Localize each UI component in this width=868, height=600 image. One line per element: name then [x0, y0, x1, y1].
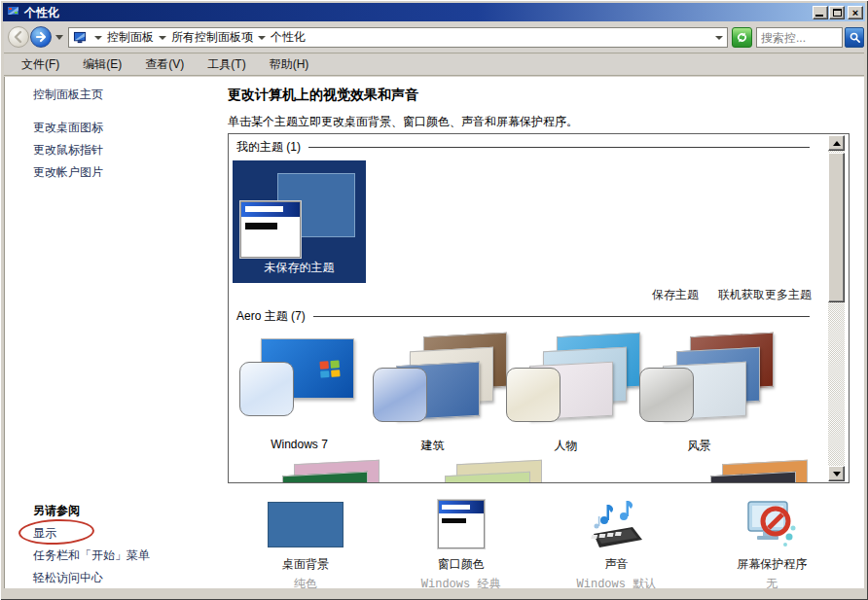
- client-area: 控制面板主页 更改桌面图标 更改鼠标指针 更改帐户图片 更改计算机上的视觉效果和…: [4, 77, 864, 588]
- refresh-button[interactable]: [732, 27, 752, 48]
- sidebar-item-change-desktop-icons[interactable]: 更改桌面图标: [33, 120, 103, 136]
- personalization-window: 个性化 × 控制面板 所有控制面板项: [0, 0, 868, 600]
- settings-row: 桌面背景 纯色 窗口颜色 Windows 经典: [228, 497, 850, 588]
- menu-file[interactable]: 文件(F): [10, 53, 71, 76]
- recent-pages-dropdown-icon[interactable]: [55, 35, 63, 40]
- see-also-ease-of-access-link[interactable]: 轻松访问中心: [33, 570, 103, 586]
- desktop-background-icon: [268, 502, 344, 547]
- search-icon: [849, 31, 861, 44]
- desktop-background-button[interactable]: 桌面背景 纯色: [228, 497, 383, 588]
- desktop-background-value: 纯色: [294, 576, 317, 588]
- theme-landscapes[interactable]: 风景: [633, 333, 766, 454]
- theme-thumbnail: [639, 333, 760, 426]
- windows-logo-icon: [319, 360, 340, 377]
- menu-tools[interactable]: 工具(T): [196, 53, 257, 76]
- theme-thumbnail: [373, 333, 493, 426]
- sounds-icon: [588, 499, 644, 549]
- breadcrumb-personalization[interactable]: 个性化: [271, 29, 306, 46]
- address-history-dropdown-icon[interactable]: [715, 36, 723, 40]
- window-color-button[interactable]: 窗口颜色 Windows 经典: [383, 497, 539, 588]
- theme-thumbnail-partial[interactable]: [710, 458, 812, 483]
- breadcrumb-control-panel[interactable]: 控制面板: [107, 29, 154, 46]
- theme-links: 保存主题 联机获取更多主题: [652, 287, 812, 303]
- menu-view[interactable]: 查看(V): [133, 53, 196, 76]
- aero-theme-row: Windows 7 建筑 人物: [233, 333, 766, 454]
- screen-saver-value: 无: [766, 576, 778, 588]
- theme-thumbnail-partial[interactable]: [282, 458, 383, 483]
- back-arrow-icon: [12, 30, 25, 44]
- theme-thumbnail: [239, 333, 360, 426]
- screen-saver-button[interactable]: 屏幕保护程序 无: [694, 497, 850, 588]
- classic-window-preview: [240, 201, 301, 258]
- breadcrumb-dropdown-icon[interactable]: [94, 36, 102, 40]
- page-title: 更改计算机上的视觉效果和声音: [228, 87, 418, 104]
- glass-square: [506, 368, 561, 422]
- my-themes-header: 我的主题 (1): [236, 140, 810, 155]
- back-button[interactable]: [8, 26, 29, 48]
- theme-thumbnail: [506, 333, 627, 426]
- theme-thumbnail-partial[interactable]: [445, 458, 546, 483]
- window-color-icon: [438, 500, 485, 548]
- maximize-button[interactable]: [829, 6, 845, 19]
- search-box[interactable]: [756, 27, 843, 48]
- vertical-scrollbar[interactable]: [828, 135, 845, 481]
- forward-arrow-icon: [34, 30, 48, 44]
- aero-themes-header: Aero 主题 (7): [236, 309, 810, 324]
- scroll-down-button[interactable]: [828, 466, 845, 481]
- sounds-value: Windows 默认: [577, 576, 657, 588]
- breadcrumb-separator-icon[interactable]: [258, 36, 266, 40]
- scrollbar-thumb[interactable]: [828, 153, 845, 302]
- refresh-icon: [736, 31, 748, 44]
- glass-square: [239, 362, 294, 416]
- menu-bar: 文件(F) 编辑(E) 查看(V) 工具(T) 帮助(H): [4, 54, 864, 76]
- annotation-ellipse: [18, 518, 95, 547]
- sidebar-item-change-account-picture[interactable]: 更改帐户图片: [33, 164, 103, 181]
- glass-square: [639, 368, 694, 422]
- theme-name: Windows 7: [271, 438, 328, 451]
- address-bar[interactable]: 控制面板 所有控制面板项 个性化: [68, 27, 728, 48]
- personalization-icon: [73, 31, 88, 45]
- window-title: 个性化: [24, 4, 812, 21]
- themes-panel: 我的主题 (1) 未保存的主题 保存主题 联机获取更多主题 Aero 主题 (7…: [228, 133, 850, 483]
- navigation-toolbar: 控制面板 所有控制面板项 个性化: [4, 21, 864, 53]
- sidebar-item-control-panel-home[interactable]: 控制面板主页: [33, 87, 103, 103]
- screen-saver-icon: [745, 498, 798, 551]
- search-input[interactable]: [757, 29, 842, 48]
- sidebar-item-change-mouse-pointers[interactable]: 更改鼠标指针: [33, 142, 103, 159]
- theme-tile-label: 未保存的主题: [233, 260, 366, 276]
- window-icon: [6, 5, 21, 19]
- close-button[interactable]: ×: [848, 6, 863, 19]
- scroll-up-button[interactable]: [828, 135, 845, 151]
- get-more-themes-link[interactable]: 联机获取更多主题: [718, 287, 812, 303]
- theme-windows7[interactable]: Windows 7: [233, 333, 366, 454]
- page-subtitle: 单击某个主题立即更改桌面背景、窗口颜色、声音和屏幕保护程序。: [228, 114, 578, 130]
- theme-name: 建筑: [421, 438, 445, 454]
- breadcrumb-separator-icon[interactable]: [159, 36, 166, 40]
- see-also-header: 另请参阅: [33, 503, 80, 519]
- see-also-taskbar-link[interactable]: 任务栏和「开始」菜单: [33, 547, 150, 564]
- menu-help[interactable]: 帮助(H): [258, 53, 321, 76]
- theme-architecture[interactable]: 建筑: [366, 333, 499, 454]
- see-also-display-link[interactable]: 显示: [33, 525, 56, 542]
- glass-square: [373, 368, 427, 422]
- theme-name: 人物: [555, 438, 578, 454]
- window-color-value: Windows 经典: [421, 576, 501, 588]
- search-button[interactable]: [845, 27, 864, 48]
- sounds-button[interactable]: 声音 Windows 默认: [539, 497, 695, 588]
- menu-edit[interactable]: 编辑(E): [71, 53, 133, 76]
- theme-name: 风景: [688, 438, 711, 454]
- save-theme-link[interactable]: 保存主题: [652, 287, 699, 303]
- theme-tile-unsaved[interactable]: 未保存的主题: [233, 160, 366, 283]
- breadcrumb-all-items[interactable]: 所有控制面板项: [171, 29, 253, 46]
- title-bar: 个性化 ×: [3, 3, 865, 21]
- forward-button[interactable]: [30, 26, 52, 48]
- minimize-button[interactable]: [813, 6, 828, 19]
- theme-characters[interactable]: 人物: [499, 333, 633, 454]
